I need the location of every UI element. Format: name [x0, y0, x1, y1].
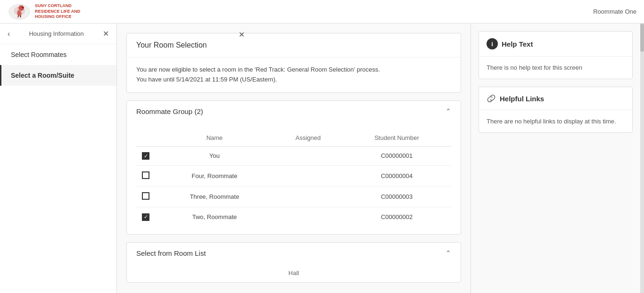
- table-row: Three, RoommateC00000003: [136, 187, 451, 207]
- info-icon: i: [487, 38, 498, 49]
- row-student-number: C00000002: [342, 207, 451, 227]
- roommate-group-title: Roommate Group (2): [136, 107, 203, 115]
- row-name: Four, Roommate: [155, 166, 274, 187]
- checkbox-3[interactable]: [142, 213, 149, 221]
- col-student-number: Student Number: [342, 130, 451, 146]
- sidebar-nav: Select Roommates Select a Room/Suite: [0, 44, 116, 86]
- scrollbar-thumb[interactable]: [640, 24, 644, 52]
- sidebar-close-button[interactable]: ✕: [103, 29, 109, 38]
- row-name: Two, Roommate: [155, 207, 274, 227]
- center-panel: Your Room Selection You are now eligible…: [117, 24, 471, 293]
- row-assigned: [274, 146, 342, 166]
- page-scrollbar[interactable]: [640, 24, 644, 293]
- checkbox-1[interactable]: [142, 171, 149, 179]
- col-name: Name: [155, 130, 274, 146]
- checkbox-2[interactable]: [142, 192, 149, 200]
- room-list-header[interactable]: Select from Room List ⌃: [127, 243, 461, 264]
- room-list-section: Select from Room List ⌃ Hall: [126, 242, 461, 283]
- room-list-column-label: Hall: [127, 264, 461, 282]
- row-name: You: [155, 146, 274, 166]
- roommate-group-header[interactable]: Roommate Group (2) ⌃: [127, 101, 461, 122]
- header-user-label: Roommate One: [593, 8, 636, 15]
- row-name: Three, Roommate: [155, 187, 274, 207]
- room-selection-line1: You are now eligible to select a room in…: [136, 65, 451, 75]
- roommate-group-body: Name Assigned Student Number YouC0000000…: [127, 122, 461, 234]
- helpful-links-title: Helpful Links: [500, 95, 544, 103]
- help-text-body: There is no help text for this screen: [479, 57, 632, 79]
- row-student-number: C00000001: [342, 146, 451, 166]
- sidebar-title: Housing Information: [10, 30, 103, 37]
- top-header: SUNY CORTLAND RESIDENCE LIFE AND HOUSING…: [0, 0, 644, 24]
- room-list-title: Select from Room List: [136, 249, 206, 257]
- sidebar-item-select-room-suite[interactable]: Select a Room/Suite: [0, 65, 116, 86]
- main-area: ✕ Your Room Selection You are now eligib…: [117, 24, 644, 293]
- table-row: Four, RoommateC00000004: [136, 166, 451, 187]
- room-selection-card: Your Room Selection You are now eligible…: [126, 33, 461, 93]
- room-selection-card-header: Your Room Selection: [127, 33, 461, 57]
- roommate-group-section: Roommate Group (2) ⌃ Name Assigned Stude…: [126, 100, 461, 235]
- sidebar-header: ‹ Housing Information ✕: [0, 24, 116, 44]
- checkbox-cell[interactable]: [136, 187, 155, 207]
- room-selection-line2: You have until 5/14/2021 at 11:59 PM (US…: [136, 75, 451, 85]
- right-panel: i Help Text There is no help text for th…: [471, 24, 640, 293]
- row-student-number: C00000004: [342, 166, 451, 187]
- row-student-number: C00000003: [342, 187, 451, 207]
- help-text-title: Help Text: [502, 40, 533, 48]
- checkbox-cell[interactable]: [136, 146, 155, 166]
- logo-text: SUNY CORTLAND RESIDENCE LIFE AND HOUSING…: [35, 3, 80, 20]
- checkbox-cell[interactable]: [136, 207, 155, 227]
- roommate-table: Name Assigned Student Number YouC0000000…: [136, 130, 451, 227]
- help-text-card-header: i Help Text: [479, 32, 632, 57]
- checkbox-cell[interactable]: [136, 166, 155, 187]
- room-selection-title: Your Room Selection: [136, 41, 451, 49]
- helpful-links-card-header: Helpful Links: [479, 87, 632, 110]
- sidebar-item-select-roommates[interactable]: Select Roommates: [0, 44, 116, 65]
- col-checkbox: [136, 130, 155, 146]
- sidebar: ‹ Housing Information ✕ Select Roommates…: [0, 24, 117, 293]
- row-assigned: [274, 166, 342, 187]
- help-text-card: i Help Text There is no help text for th…: [479, 31, 633, 79]
- col-assigned: Assigned: [274, 130, 342, 146]
- helpful-links-card: Helpful Links There are no helpful links…: [479, 87, 633, 133]
- table-row: YouC00000001: [136, 146, 451, 166]
- row-assigned: [274, 207, 342, 227]
- logo-icon: [8, 3, 31, 20]
- table-row: Two, RoommateC00000002: [136, 207, 451, 227]
- link-icon: [487, 94, 496, 103]
- body-wrap: ‹ Housing Information ✕ Select Roommates…: [0, 24, 644, 293]
- room-list-chevron-icon: ⌃: [446, 249, 451, 257]
- row-assigned: [274, 187, 342, 207]
- modal-close-button[interactable]: ✕: [239, 30, 245, 39]
- checkbox-0[interactable]: [142, 152, 149, 160]
- helpful-links-body: There are no helpful links to display at…: [479, 110, 632, 132]
- roommate-group-chevron-icon: ⌃: [446, 107, 451, 115]
- logo-area: SUNY CORTLAND RESIDENCE LIFE AND HOUSING…: [8, 3, 80, 20]
- room-selection-card-body: You are now eligible to select a room in…: [127, 57, 461, 92]
